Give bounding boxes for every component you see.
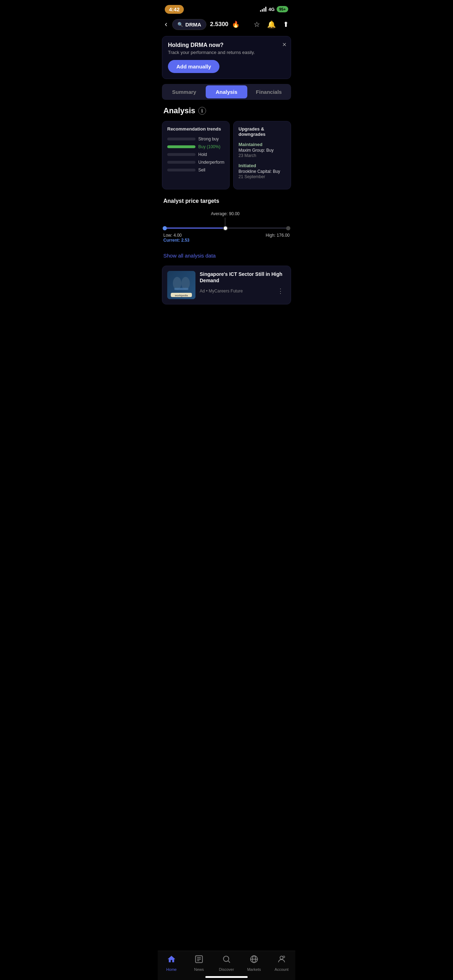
trend-label-hold: Hold <box>198 152 207 157</box>
fire-icon: 🔥 <box>232 21 240 28</box>
pt-track <box>165 228 288 229</box>
trend-row-hold: Hold <box>167 152 224 157</box>
price-targets-title: Analyst price targets <box>163 198 290 204</box>
upgrade-date-1: 23 March <box>238 153 286 158</box>
tab-financials[interactable]: Financials <box>248 85 290 99</box>
upgrade-status-1: Maintained <box>238 142 286 147</box>
ad-source-row: Ad • MyCareers Future ⋮ <box>200 286 286 296</box>
recommendation-trends-card: Recommendation trends Strong buy Buy (10… <box>162 121 230 189</box>
pt-labels: Low: 4.00 Current: 2.53 High: 176.00 <box>163 233 290 243</box>
rec-card-title: Recommendation trends <box>167 126 224 132</box>
trend-row-buy: Buy (100%) <box>167 144 224 149</box>
signal-bar-1 <box>260 10 261 12</box>
ad-thumbnail: workipedia <box>167 271 196 299</box>
upgrade-firm-2: Brookline Capital: Buy <box>238 169 286 174</box>
upgrade-firm-1: Maxim Group: Buy <box>238 148 286 153</box>
nav-actions: ☆ 🔔 ⬆ <box>253 19 290 29</box>
svg-point-3 <box>181 277 190 290</box>
ad-content: Singapore's ICT Sector Still in High Dem… <box>200 271 286 296</box>
signal-bar-2 <box>262 9 263 12</box>
tab-analysis[interactable]: Analysis <box>206 85 247 99</box>
ad-thumbnail-inner: workipedia <box>167 271 196 299</box>
back-button[interactable]: ‹ <box>163 18 168 30</box>
upgrades-card-title: Upgrades & downgrades <box>238 126 286 137</box>
svg-point-2 <box>173 277 181 290</box>
watchlist-button[interactable]: ☆ <box>253 19 261 29</box>
holding-banner: × Holding DRMA now? Track your performan… <box>162 36 291 79</box>
search-ticker-bar[interactable]: 🔍 DRMA <box>172 19 207 30</box>
trend-bar-buy-fill <box>167 145 196 148</box>
trend-bar-strongbuy-bg <box>167 138 196 140</box>
signal-bar-3 <box>264 8 265 12</box>
status-bar: 4:42 4G 95+ <box>158 0 295 16</box>
svg-rect-4 <box>174 288 188 290</box>
add-manually-button[interactable]: Add manually <box>168 60 219 73</box>
show-all-analysis-button[interactable]: Show all analysis data <box>158 248 221 266</box>
section-title: Analysis ℹ <box>158 105 295 121</box>
pt-low-label: Low: 4.00 <box>163 233 189 238</box>
pt-high-label: High: 176.00 <box>265 233 290 238</box>
trend-label-strongbuy: Strong buy <box>198 137 219 142</box>
signal-bar-4 <box>265 7 266 12</box>
pt-dot-low <box>163 226 167 231</box>
search-icon: 🔍 <box>178 22 183 27</box>
bottom-spacer <box>158 312 295 343</box>
banner-subtitle: Track your performance and returns easil… <box>168 50 285 55</box>
status-time: 4:42 <box>165 5 184 14</box>
pt-dot-high <box>286 226 290 231</box>
analysis-title: Analysis <box>163 106 196 115</box>
share-button[interactable]: ⬆ <box>282 19 290 29</box>
trend-row-strongbuy: Strong buy <box>167 137 224 142</box>
ad-thumbnail-svg: workipedia <box>167 271 196 299</box>
trend-row-underperform: Underperform <box>167 160 224 165</box>
trend-label-underperform: Underperform <box>198 160 224 165</box>
trend-bar-hold-bg <box>167 153 196 156</box>
trend-label-buy: Buy (100%) <box>198 144 221 149</box>
status-right: 4G 95+ <box>260 6 288 12</box>
pt-track-fill <box>165 228 226 229</box>
top-nav: ‹ 🔍 DRMA 2.5300 🔥 ☆ 🔔 ⬆ <box>158 16 295 33</box>
ad-headline: Singapore's ICT Sector Still in High Dem… <box>200 271 286 284</box>
upgrade-status-2: Initiated <box>238 163 286 168</box>
signal-bars <box>260 7 266 12</box>
trend-row-sell: Sell <box>167 167 224 172</box>
price-targets-section: Analyst price targets Average: 90.00 Low… <box>158 198 295 248</box>
banner-title: Holding DRMA now? <box>168 42 285 48</box>
pt-avg-wrapper: Average: 90.00 <box>163 211 290 227</box>
ad-more-button[interactable]: ⋮ <box>275 286 286 296</box>
banner-close-button[interactable]: × <box>282 41 286 49</box>
pt-current-label: Current: 2.53 <box>163 238 189 243</box>
network-label: 4G <box>269 7 275 12</box>
pt-average-label: Average: 90.00 <box>211 211 240 216</box>
alert-button[interactable]: 🔔 <box>266 19 277 29</box>
stock-price: 2.5300 <box>210 21 228 28</box>
pt-dot-avg <box>223 226 228 231</box>
pt-slider <box>165 228 288 229</box>
ad-source-text: Ad • MyCareers Future <box>200 289 243 294</box>
pt-label-right: High: 176.00 <box>265 233 290 243</box>
trend-bar-underperform-bg <box>167 161 196 164</box>
ticker-symbol: DRMA <box>185 22 201 27</box>
upgrades-downgrades-card: Upgrades & downgrades Maintained Maxim G… <box>233 121 291 189</box>
trend-bar-buy-bg <box>167 145 196 148</box>
cards-row: Recommendation trends Strong buy Buy (10… <box>158 121 295 189</box>
info-icon[interactable]: ℹ <box>198 107 206 115</box>
tab-summary[interactable]: Summary <box>163 85 205 99</box>
upgrade-item-2: Initiated Brookline Capital: Buy 21 Sept… <box>238 163 286 179</box>
trend-label-sell: Sell <box>198 167 205 172</box>
svg-text:workipedia: workipedia <box>175 294 188 297</box>
tabs-container: Summary Analysis Financials <box>162 84 291 100</box>
upgrade-date-2: 21 September <box>238 174 286 179</box>
pt-label-left: Low: 4.00 Current: 2.53 <box>163 233 189 243</box>
upgrade-item-1: Maintained Maxim Group: Buy 23 March <box>238 142 286 158</box>
ad-card: workipedia Singapore's ICT Sector Still … <box>162 266 291 304</box>
battery-badge: 95+ <box>277 6 288 12</box>
trend-bar-sell-bg <box>167 169 196 172</box>
